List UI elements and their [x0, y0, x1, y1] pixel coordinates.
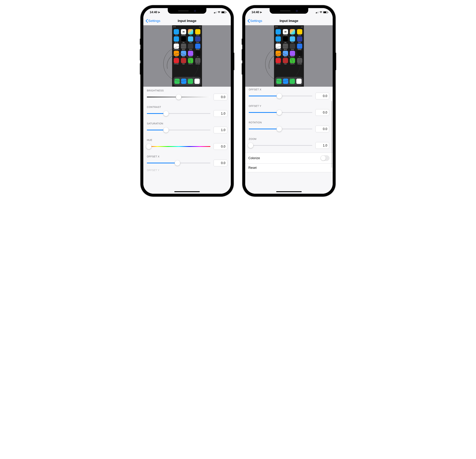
status-time: 14:40 — [252, 10, 259, 14]
reset-row[interactable]: Reset — [245, 164, 333, 172]
slider-thumb[interactable] — [277, 93, 282, 98]
nav-bar: Settings Input Image — [245, 16, 333, 25]
preview-homescreen: 10:41◂ ▪ ▾ Почта30КалендарьФотоUlyssesDa… — [172, 25, 202, 87]
offsetx-value[interactable]: 0.0 — [315, 93, 329, 99]
offsetx-label: OFFSET X — [249, 88, 329, 91]
offsety-value[interactable]: 0.0 — [315, 109, 329, 116]
home-indicator[interactable] — [276, 191, 302, 192]
colorize-label: Colorize — [248, 156, 260, 160]
slider-thumb[interactable] — [146, 144, 151, 149]
rotation-slider[interactable] — [249, 129, 312, 129]
slider-thumb[interactable] — [163, 127, 169, 133]
back-label: Settings — [250, 19, 262, 23]
offsetx-value[interactable]: 0.0 — [213, 160, 227, 166]
zoom-label: ZOOM — [249, 138, 329, 140]
image-preview[interactable]: 10:41◂ ▪ ▾ Почта30КалендарьФотоUlyssesDa… — [143, 25, 231, 87]
status-time: 14:40 — [150, 10, 157, 14]
offsety-label: OFFSET Y — [249, 105, 329, 107]
scroll-indicator[interactable] — [332, 101, 332, 168]
signal-icon — [214, 11, 217, 13]
brightness-label: BRIGHTNESS — [147, 89, 227, 92]
reset-label: Reset — [248, 166, 257, 170]
slider-thumb[interactable] — [248, 143, 253, 148]
zoom-row: ZOOM 1.0 — [249, 138, 329, 149]
hue-row: HUE 0.0 — [147, 139, 227, 150]
offsetx-row: OFFSET X 0.0 — [249, 88, 329, 99]
controls-panel: OFFSET X 0.0 OFFSET Y 0.0 — [245, 87, 333, 194]
screen-left: 14:40 ➤ Settings Input Image 10:41◂ ▪ ▾ … — [143, 8, 231, 194]
slider-thumb[interactable] — [277, 126, 282, 131]
home-indicator[interactable] — [174, 191, 200, 192]
rotation-row: ROTATION 0.0 — [249, 121, 329, 132]
location-arrow-icon: ➤ — [260, 11, 262, 14]
back-button[interactable]: Settings — [145, 19, 160, 23]
offsety-slider[interactable] — [249, 112, 312, 113]
contrast-row: CONTRAST 1.0 — [147, 106, 227, 117]
offsetx-slider[interactable] — [249, 96, 312, 96]
contrast-slider[interactable] — [147, 113, 210, 114]
brightness-row: BRIGHTNESS 0.0 — [147, 89, 227, 100]
rotation-label: ROTATION — [249, 121, 329, 124]
saturation-row: SATURATION 1.0 — [147, 122, 227, 133]
nav-bar: Settings Input Image — [143, 16, 231, 25]
offsety-label-partial: OFFSET Y — [147, 168, 227, 172]
offsety-row: OFFSET Y 0.0 — [249, 105, 329, 116]
battery-icon — [221, 11, 226, 13]
phone-frame-left: 14:40 ➤ Settings Input Image 10:41◂ ▪ ▾ … — [141, 5, 234, 197]
colorize-toggle[interactable] — [320, 155, 330, 161]
back-label: Settings — [148, 19, 160, 23]
contrast-label: CONTRAST — [147, 106, 227, 108]
hue-label: HUE — [147, 139, 227, 141]
wifi-icon — [320, 11, 322, 13]
zoom-slider[interactable] — [249, 145, 312, 146]
offsetx-slider[interactable] — [147, 163, 210, 163]
saturation-slider[interactable] — [147, 130, 210, 130]
slider-thumb[interactable] — [175, 160, 180, 166]
colorize-row: Colorize — [245, 153, 333, 164]
wifi-icon — [218, 11, 221, 13]
signal-icon — [316, 11, 319, 13]
chevron-left-icon — [247, 19, 250, 23]
image-preview[interactable]: 10:41◂ ▪ ▾ Почта30КалендарьФотоUlyssesDa… — [245, 25, 333, 87]
phone-frame-right: 14:40 ➤ Settings Input Image 10:41◂ ▪ ▾ … — [242, 5, 335, 197]
hue-slider[interactable] — [147, 146, 210, 147]
back-button[interactable]: Settings — [247, 19, 262, 23]
offsetx-row: OFFSET X 0.0 — [147, 155, 227, 166]
rotation-value[interactable]: 0.0 — [315, 126, 329, 132]
slider-thumb[interactable] — [277, 110, 282, 115]
brightness-value[interactable]: 0.0 — [213, 94, 227, 100]
preview-homescreen: 10:41◂ ▪ ▾ Почта30КалендарьФотоUlyssesDa… — [274, 25, 304, 87]
saturation-value[interactable]: 1.0 — [213, 127, 227, 133]
controls-panel: BRIGHTNESS 0.0 CONTRAST 1.0 — [143, 87, 231, 194]
chevron-left-icon — [145, 19, 148, 23]
brightness-slider[interactable] — [147, 97, 210, 97]
hue-value[interactable]: 0.0 — [213, 143, 227, 150]
zoom-value[interactable]: 1.0 — [315, 142, 329, 149]
notch — [270, 8, 308, 14]
battery-icon — [323, 11, 328, 13]
notch — [168, 8, 206, 14]
screen-right: 14:40 ➤ Settings Input Image 10:41◂ ▪ ▾ … — [245, 8, 333, 194]
contrast-value[interactable]: 1.0 — [213, 110, 227, 117]
slider-thumb[interactable] — [163, 111, 169, 116]
location-arrow-icon: ➤ — [158, 11, 160, 14]
offsetx-label: OFFSET X — [147, 155, 227, 158]
saturation-label: SATURATION — [147, 122, 227, 125]
slider-thumb[interactable] — [176, 94, 181, 100]
